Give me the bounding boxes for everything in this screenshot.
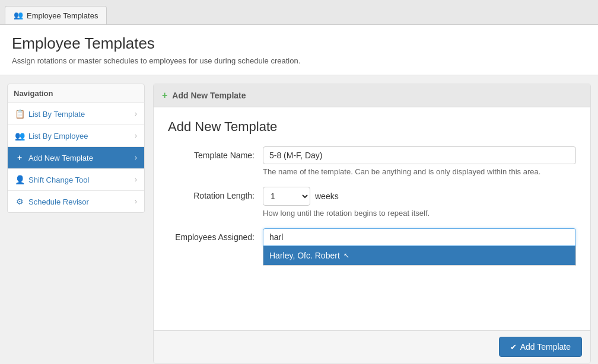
sidebar-heading: Navigation xyxy=(7,84,145,103)
checkmark-icon: ✔ xyxy=(510,343,517,352)
chevron-icon: › xyxy=(135,132,137,140)
cursor-icon: ↖ xyxy=(343,251,349,260)
sidebar-item-list-by-employee[interactable]: 👥 List By Employee › xyxy=(8,125,144,147)
panel-footer: ✔ Add Template xyxy=(154,330,590,363)
tab-bar: 👥 Employee Templates xyxy=(0,0,598,25)
rotation-length-field: 1 2 3 4 weeks How long until the rotatio… xyxy=(263,187,576,218)
panel-header: + Add New Template xyxy=(154,84,590,107)
sidebar-nav: 📋 List By Template › 👥 List By Employee … xyxy=(7,103,145,213)
rotation-length-select[interactable]: 1 2 3 4 xyxy=(263,187,310,206)
panel-header-title: Add New Template xyxy=(172,91,246,100)
rotation-length-hint: How long until the rotation begins to re… xyxy=(263,209,576,218)
sidebar-item-label: List By Employee xyxy=(28,132,88,141)
chevron-icon: › xyxy=(135,197,137,206)
add-template-icon: + xyxy=(15,153,24,162)
chevron-icon: › xyxy=(135,110,137,118)
page-header: Employee Templates Assign rotations or m… xyxy=(0,25,598,75)
panel-header-plus-icon: + xyxy=(162,90,167,101)
template-name-label: Template Name: xyxy=(168,146,263,160)
list-template-icon: 📋 xyxy=(15,109,24,119)
content-panel: + Add New Template Add New Template Temp… xyxy=(153,84,591,363)
employee-templates-tab[interactable]: 👥 Employee Templates xyxy=(5,6,107,24)
autocomplete-dropdown: Harley, Ofc. Robert ↖ xyxy=(263,246,576,266)
sidebar-item-label: List By Template xyxy=(28,110,85,119)
add-template-button-label: Add Template xyxy=(520,342,571,352)
tab-label: Employee Templates xyxy=(27,11,98,20)
sidebar-item-schedule-revisor[interactable]: ⚙ Schedule Revisor › xyxy=(8,191,144,212)
autocomplete-item[interactable]: Harley, Ofc. Robert ↖ xyxy=(263,246,575,265)
sidebar-item-shift-change-tool[interactable]: 👤 Shift Change Tool › xyxy=(8,169,144,191)
template-name-field: The name of the template. Can be anythin… xyxy=(263,146,576,176)
page-subtitle: Assign rotations or master schedules to … xyxy=(12,56,586,65)
schedule-revisor-icon: ⚙ xyxy=(15,197,24,206)
sidebar-item-label: Shift Change Tool xyxy=(28,175,89,184)
panel-body: Add New Template Template Name: The name… xyxy=(154,107,590,330)
autocomplete-wrapper: Harley, Ofc. Robert ↖ xyxy=(263,228,576,246)
employees-assigned-label: Employees Assigned: xyxy=(168,228,263,242)
list-employee-icon: 👥 xyxy=(15,131,24,141)
template-name-input[interactable] xyxy=(263,146,576,164)
tab-icon: 👥 xyxy=(14,11,23,20)
sidebar-item-label: Schedule Revisor xyxy=(28,197,89,206)
page-title: Employee Templates xyxy=(12,34,586,53)
template-name-hint: The name of the template. Can be anythin… xyxy=(263,167,576,176)
employees-assigned-row: Employees Assigned: Harley, Ofc. Robert … xyxy=(168,228,576,246)
sidebar-item-list-by-template[interactable]: 📋 List By Template › xyxy=(8,103,144,125)
employees-assigned-input[interactable] xyxy=(263,228,576,246)
employees-assigned-field: Harley, Ofc. Robert ↖ xyxy=(263,228,576,246)
add-template-button[interactable]: ✔ Add Template xyxy=(499,337,582,357)
sidebar: Navigation 📋 List By Template › 👥 List B… xyxy=(7,84,145,363)
chevron-icon: › xyxy=(135,175,137,184)
rotation-unit-label: weeks xyxy=(315,191,339,201)
layout: Navigation 📋 List By Template › 👥 List B… xyxy=(0,75,598,364)
sidebar-item-label: Add New Template xyxy=(28,154,93,162)
rotation-length-row: Rotation Length: 1 2 3 4 weeks How long … xyxy=(168,187,576,218)
template-name-row: Template Name: The name of the template.… xyxy=(168,146,576,176)
sidebar-item-add-new-template[interactable]: + Add New Template › xyxy=(8,147,144,169)
shift-change-icon: 👤 xyxy=(15,175,24,184)
rotation-length-label: Rotation Length: xyxy=(168,187,263,200)
autocomplete-item-label: Harley, Ofc. Robert xyxy=(269,251,340,260)
form-title: Add New Template xyxy=(168,119,576,135)
chevron-icon: › xyxy=(135,154,137,162)
